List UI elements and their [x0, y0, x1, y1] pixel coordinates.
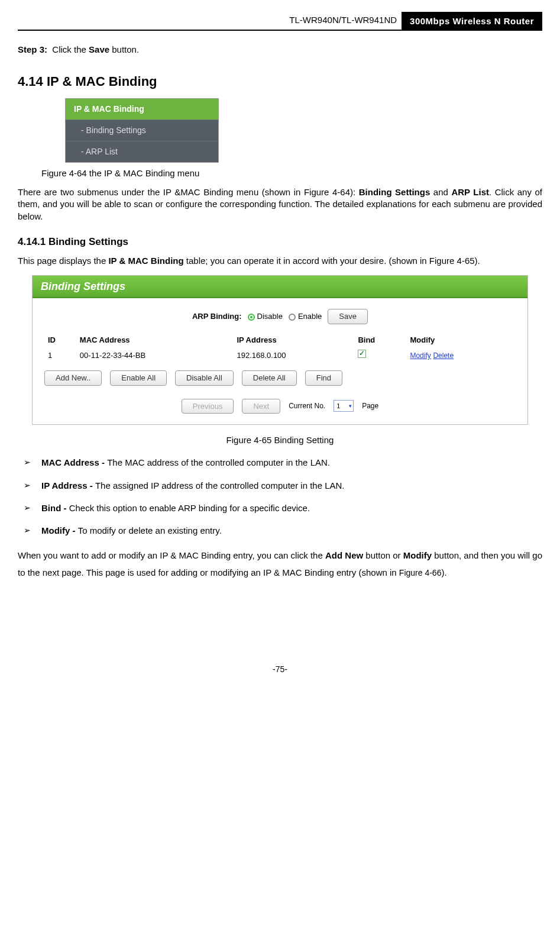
bullet-mac-bold: MAC Address - — [41, 457, 107, 467]
action-button-row: Add New.. Enable All Disable All Delete … — [44, 370, 516, 386]
figure-4-64-caption: Figure 4-64 the IP & MAC Binding menu — [41, 167, 542, 179]
header-left: TL-WR940N/TL-WR941ND — [18, 12, 402, 31]
save-button[interactable]: Save — [328, 309, 368, 324]
bullet-ip: IP Address - The assigned IP address of … — [18, 480, 542, 492]
p3-end: ). — [441, 567, 446, 577]
find-button[interactable]: Find — [305, 370, 342, 386]
menu-header[interactable]: IP & MAC Binding — [66, 99, 218, 120]
intro-paragraph: There are two submenus under the IP &MAC… — [18, 186, 542, 222]
p3-fig: Figure 4-66 — [399, 568, 442, 577]
p2-c: table; you can operate it in accord with… — [184, 256, 480, 266]
bullet-modify-text: To modify or delete an existing entry. — [78, 525, 222, 535]
section-title: 4.14 IP & MAC Binding — [18, 73, 542, 91]
page-label: Page — [362, 401, 378, 411]
page-select[interactable]: 1 ▾ — [334, 400, 354, 412]
panel-title: Binding Settings — [33, 276, 527, 298]
arp-binding-row: ARP Binding: Disable Enable Save — [44, 309, 516, 324]
cell-mac: 00-11-22-33-44-BB — [76, 347, 234, 363]
col-mac: MAC Address — [76, 333, 234, 348]
delete-all-button[interactable]: Delete All — [242, 370, 297, 386]
page-value: 1 — [336, 402, 340, 411]
subsection-intro: This page displays the IP & MAC Binding … — [18, 255, 542, 267]
closing-paragraph: When you want to add or modify an IP & M… — [18, 547, 542, 581]
p2-b: IP & MAC Binding — [108, 256, 183, 266]
col-id: ID — [44, 333, 76, 348]
bullet-ip-text: The assigned IP address of the controlle… — [95, 480, 345, 491]
current-no-label: Current No. — [289, 401, 325, 411]
radio-disable-label: Disable — [257, 312, 283, 321]
p2-a: This page displays the — [18, 256, 108, 266]
header-right: 300Mbps Wireless N Router — [402, 12, 542, 31]
step3-line: Step 3: Click the Save button. — [18, 44, 542, 56]
step3-after: button. — [109, 44, 139, 54]
subsection-title: 4.14.1 Binding Settings — [18, 235, 542, 249]
add-new-button[interactable]: Add New.. — [44, 370, 102, 386]
step3-before: Click the — [52, 44, 89, 54]
table-header-row: ID MAC Address IP Address Bind Modify — [44, 333, 516, 348]
pager-row: Previous Next Current No. 1 ▾ Page — [44, 399, 516, 414]
table-row: 1 00-11-22-33-44-BB 192.168.0.100 Modify… — [44, 347, 516, 363]
menu-item-binding-settings[interactable]: - Binding Settings — [66, 120, 218, 141]
bullet-mac: MAC Address - The MAC address of the con… — [18, 457, 542, 469]
bullet-mac-text: The MAC address of the controlled comput… — [107, 457, 330, 467]
bullet-modify-bold: Modify - — [41, 525, 78, 535]
col-ip: IP Address — [233, 333, 354, 348]
step3-label: Step 3: — [18, 44, 47, 54]
bind-checkbox[interactable] — [358, 350, 366, 358]
previous-button[interactable]: Previous — [182, 399, 234, 414]
radio-empty-icon — [289, 314, 296, 321]
radio-enable[interactable]: Enable — [289, 311, 322, 322]
page-number: -75- — [18, 664, 542, 675]
enable-all-button[interactable]: Enable All — [110, 370, 167, 386]
p1-mid: and — [430, 187, 451, 197]
panel-body: ARP Binding: Disable Enable Save ID MAC … — [33, 298, 527, 424]
chevron-down-icon: ▾ — [349, 402, 352, 409]
cell-modify: Modify Delete — [406, 347, 516, 363]
p1-b1: Binding Settings — [359, 187, 430, 197]
col-bind: Bind — [354, 333, 406, 348]
arp-binding-label: ARP Binding: — [192, 311, 242, 322]
col-modify: Modify — [406, 333, 516, 348]
next-button[interactable]: Next — [242, 399, 280, 414]
p3-mid1: button or — [363, 550, 403, 560]
bullet-list: MAC Address - The MAC address of the con… — [18, 457, 542, 537]
radio-enable-label: Enable — [298, 312, 322, 321]
disable-all-button[interactable]: Disable All — [175, 370, 234, 386]
page-header: TL-WR940N/TL-WR941ND 300Mbps Wireless N … — [18, 12, 542, 31]
figure-4-65-caption: Figure 4-65 Binding Setting — [18, 434, 542, 446]
p1-a: There are two submenus under the IP &MAC… — [18, 187, 359, 197]
delete-link[interactable]: Delete — [433, 351, 454, 360]
binding-table: ID MAC Address IP Address Bind Modify 1 … — [44, 333, 516, 363]
bullet-bind: Bind - Check this option to enable ARP b… — [18, 502, 542, 514]
menu-figure: IP & MAC Binding - Binding Settings - AR… — [65, 98, 219, 163]
cell-ip: 192.168.0.100 — [233, 347, 354, 363]
cell-bind — [354, 347, 406, 363]
radio-dot-icon — [248, 314, 255, 321]
modify-link[interactable]: Modify — [410, 351, 430, 360]
bullet-modify: Modify - To modify or delete an existing… — [18, 525, 542, 537]
p3-b1: Add New — [325, 550, 363, 560]
radio-disable[interactable]: Disable — [248, 311, 283, 322]
bullet-bind-text: Check this option to enable ARP binding … — [69, 503, 310, 513]
p3-a: When you want to add or modify an IP & M… — [18, 550, 325, 560]
p1-b2: ARP List — [451, 187, 489, 197]
binding-settings-panel: Binding Settings ARP Binding: Disable En… — [32, 275, 528, 425]
bullet-ip-bold: IP Address - — [41, 480, 95, 491]
step3-bold: Save — [89, 44, 109, 54]
bullet-bind-bold: Bind - — [41, 503, 69, 513]
menu-item-arp-list[interactable]: - ARP List — [66, 141, 218, 162]
cell-id: 1 — [44, 347, 76, 363]
p3-b2: Modify — [403, 550, 432, 560]
